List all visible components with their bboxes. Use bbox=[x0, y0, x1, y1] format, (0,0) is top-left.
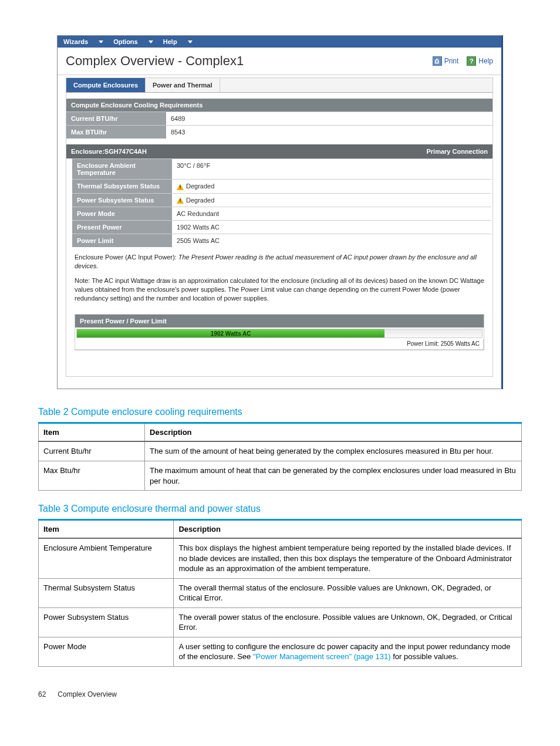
menu-help[interactable]: Help bbox=[163, 38, 193, 45]
help-icon: ? bbox=[467, 56, 476, 66]
tab-compute-enclosures[interactable]: Compute Enclosures bbox=[66, 78, 146, 92]
table-row: Power Mode A user setting to configure t… bbox=[39, 637, 522, 666]
table-row: Max Btu/hrThe maximum amount of heat tha… bbox=[39, 461, 522, 490]
thermal-status-value: Degraded bbox=[172, 180, 491, 193]
print-icon: ⎙ bbox=[433, 56, 442, 66]
table-row: Power Subsystem StatusThe overall power … bbox=[39, 607, 522, 637]
power-mode-value: AC Redundant bbox=[172, 207, 491, 220]
thermal-status-label: Thermal Subsystem Status bbox=[72, 180, 172, 193]
ambient-temp-value: 30°C / 86°F bbox=[172, 159, 491, 179]
power-limit-label: Power Limit bbox=[72, 234, 172, 247]
table3: Item Description Enclosure Ambient Tempe… bbox=[38, 519, 522, 667]
menu-bar: Wizards Options Help bbox=[58, 36, 501, 48]
power-bar-heading: Present Power / Power Limit bbox=[75, 315, 484, 328]
cooling-req-heading: Compute Enclosure Cooling Requirements bbox=[66, 99, 492, 112]
table-row: Current Btu/hrThe sum of the amount of h… bbox=[39, 441, 522, 461]
menu-options[interactable]: Options bbox=[113, 38, 153, 45]
table3-h2: Description bbox=[174, 520, 522, 539]
table3-h1: Item bbox=[39, 520, 174, 539]
menu-wizards[interactable]: Wizards bbox=[63, 38, 103, 45]
ambient-temp-label: Enclosure Ambient Temperature bbox=[72, 159, 172, 179]
app-screenshot: Wizards Options Help Complex Overview - … bbox=[57, 35, 503, 389]
chevron-down-icon bbox=[149, 40, 153, 43]
power-mgmt-link[interactable]: "Power Management screen" (page 131) bbox=[253, 652, 391, 661]
present-power-value: 1902 Watts AC bbox=[172, 221, 491, 234]
help-button[interactable]: ? Help bbox=[467, 56, 493, 66]
page-title: Complex Overview - Complex1 bbox=[66, 53, 244, 69]
page-number: 62 bbox=[38, 690, 56, 698]
power-sub-label: Power Subsystem Status bbox=[72, 194, 172, 207]
power-sub-value: Degraded bbox=[172, 194, 491, 207]
warning-icon bbox=[177, 184, 184, 190]
table3-title: Table 3 Compute enclosure thermal and po… bbox=[38, 504, 522, 514]
current-btu-label: Current BTU/hr bbox=[66, 112, 166, 125]
tab-power-thermal[interactable]: Power and Thermal bbox=[146, 78, 220, 92]
present-power-label: Present Power bbox=[72, 221, 172, 234]
chevron-down-icon bbox=[188, 40, 193, 43]
enclosure-heading: Enclosure:SGH747C4AH Primary Connection bbox=[66, 144, 492, 158]
max-btu-label: Max BTU/hr bbox=[66, 126, 166, 139]
chevron-down-icon bbox=[99, 40, 103, 43]
table-row: Enclosure Ambient TemperatureThis box di… bbox=[39, 538, 522, 578]
power-bar-box: Present Power / Power Limit 1902 Watts A… bbox=[75, 314, 484, 350]
current-btu-value: 6489 bbox=[166, 112, 492, 125]
power-bar-limit-label: Power Limit: 2505 Watts AC bbox=[75, 339, 484, 350]
power-bar-fill: 1902 Watts AC bbox=[77, 329, 384, 337]
warning-icon bbox=[177, 197, 184, 204]
table2-h2: Description bbox=[145, 423, 522, 442]
power-limit-value: 2505 Watts AC bbox=[172, 234, 491, 247]
power-bar-track: 1902 Watts AC bbox=[76, 329, 483, 338]
content-panel: Compute Enclosure Cooling Requirements C… bbox=[66, 93, 493, 377]
table2-h1: Item bbox=[39, 423, 145, 442]
table2-title: Table 2 Compute enclosure cooling requir… bbox=[38, 407, 522, 417]
table-row: Thermal Subsystem StatusThe overall ther… bbox=[39, 578, 522, 607]
table2: Item Description Current Btu/hrThe sum o… bbox=[38, 422, 522, 491]
max-btu-value: 8543 bbox=[166, 126, 492, 139]
page-footer: 62 Complex Overview bbox=[38, 690, 522, 698]
power-notes: Enclosure Power (AC Input Power): The Pr… bbox=[66, 247, 492, 314]
footer-section: Complex Overview bbox=[58, 690, 117, 698]
print-button[interactable]: ⎙ Print bbox=[433, 56, 459, 66]
power-mode-label: Power Mode bbox=[72, 207, 172, 220]
tab-bar: Compute Enclosures Power and Thermal bbox=[66, 77, 493, 93]
